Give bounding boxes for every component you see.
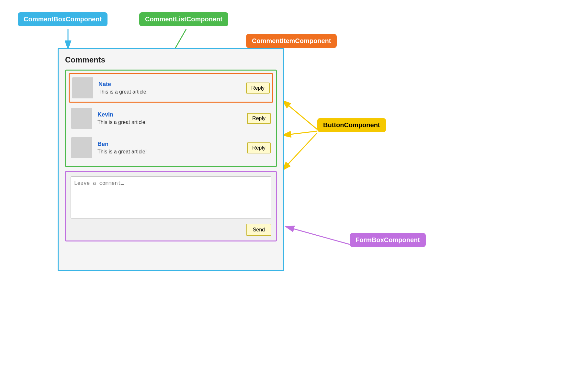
comment-item-nate: Nate This is a great article! Reply xyxy=(69,73,273,103)
avatar-kevin xyxy=(71,108,92,129)
comment-item-kevin: Kevin This is a great article! Reply xyxy=(69,105,273,132)
form-box-component: Send xyxy=(65,171,277,241)
button-badge: ButtonComponent xyxy=(317,118,386,132)
comment-item-ben: Ben This is a great article! Reply xyxy=(69,134,273,162)
comment-list-component: Nate This is a great article! Reply Kevi… xyxy=(65,70,277,167)
avatar-nate xyxy=(72,77,93,98)
author-kevin: Kevin xyxy=(97,111,243,118)
author-ben: Ben xyxy=(97,141,243,148)
svg-line-8 xyxy=(282,100,317,129)
reply-button-nate[interactable]: Reply xyxy=(246,83,270,94)
text-nate: This is a great article! xyxy=(98,89,242,95)
svg-line-9 xyxy=(282,131,317,135)
send-button[interactable]: Send xyxy=(246,224,271,236)
comment-content-ben: Ben This is a great article! xyxy=(97,141,243,155)
reply-button-kevin[interactable]: Reply xyxy=(247,113,271,124)
comment-content-nate: Nate This is a great article! xyxy=(98,81,242,95)
svg-line-11 xyxy=(286,227,350,244)
avatar-ben xyxy=(71,137,92,158)
text-ben: This is a great article! xyxy=(97,149,243,155)
text-kevin: This is a great article! xyxy=(97,119,243,125)
comment-textarea[interactable] xyxy=(71,176,271,218)
reply-button-ben[interactable]: Reply xyxy=(247,142,271,153)
comments-title: Comments xyxy=(65,55,277,64)
formbox-badge: FormBoxComponent xyxy=(350,233,426,247)
comment-content-kevin: Kevin This is a great article! xyxy=(97,111,243,125)
svg-line-10 xyxy=(282,133,317,170)
commentlist-badge: CommentListComponent xyxy=(139,12,228,26)
commentitem-badge: CommentItemComponent xyxy=(246,34,337,48)
commentbox-badge: CommentBoxComponent xyxy=(18,12,107,26)
send-row: Send xyxy=(71,224,271,236)
author-nate: Nate xyxy=(98,81,242,88)
comment-box-component: Comments Nate This is a great article! R… xyxy=(58,48,284,271)
